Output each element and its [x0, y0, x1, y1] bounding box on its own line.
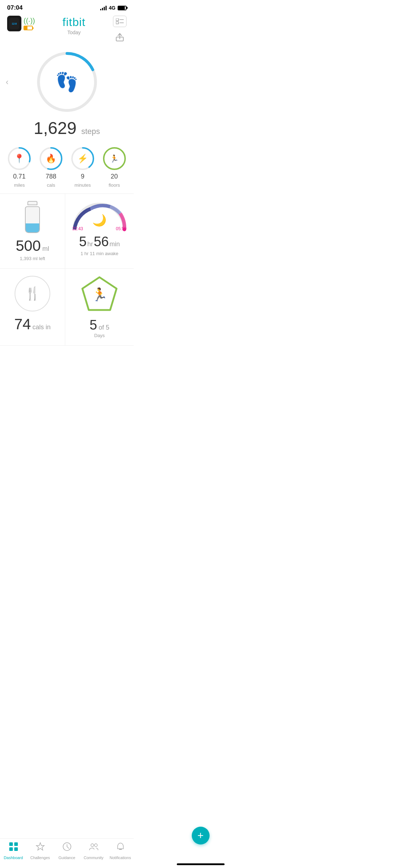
device-battery-icon	[24, 26, 33, 30]
steps-section: ‹ 👣	[0, 46, 134, 114]
miles-label: miles	[14, 182, 25, 188]
water-bottle-icon	[23, 201, 42, 233]
floors-value: 20	[111, 173, 118, 180]
steps-count: 1,629 steps	[0, 118, 134, 138]
miles-metric[interactable]: 📍 0.71 miles	[7, 146, 31, 188]
signal-icon	[100, 5, 107, 10]
water-value-row: 500 ml	[16, 237, 49, 254]
metrics-row: 📍 0.71 miles 🔥 788 cals ⚡ 9 minutes	[0, 144, 134, 193]
water-unit: ml	[42, 245, 49, 252]
food-circle: 🍴	[15, 276, 50, 311]
active-days-card[interactable]: 🏃 5 of 5 Days	[65, 269, 134, 346]
stairs-icon: 🏃	[110, 154, 119, 163]
sleep-hours: 5	[79, 234, 87, 249]
cals-label: cals	[47, 182, 55, 188]
minutes-label: minutes	[74, 182, 91, 188]
location-icon: 📍	[14, 154, 25, 164]
cards-grid: 500 ml 1,393 ml left 🌙 22:43 05:50	[0, 193, 134, 346]
steps-ring: 👣	[35, 50, 99, 114]
watch-icon: 12:8	[7, 16, 21, 31]
status-bar: 07:04 4G	[0, 0, 134, 14]
sync-icon: ((·))	[24, 17, 35, 25]
minutes-ring: ⚡	[71, 146, 95, 171]
sleep-duration: 5 hr 56 min	[79, 234, 120, 249]
cals-ring: 🔥	[39, 146, 63, 171]
food-icon: 🍴	[25, 286, 41, 301]
water-remaining: 1,393 ml left	[20, 256, 45, 261]
floors-metric[interactable]: 🏃 20 floors	[102, 146, 127, 188]
active-of: of 5	[99, 324, 109, 331]
sleep-minutes: 56	[94, 234, 109, 249]
sleep-hr-label: hr	[87, 241, 93, 248]
active-value-row: 5 of 5	[89, 317, 109, 333]
fitbit-logo: fitbit	[35, 16, 113, 29]
sleep-awake: 1 hr 11 min awake	[81, 251, 118, 256]
sleep-card[interactable]: 🌙 22:43 05:50 5 hr 56 min 1 hr 11 min aw…	[65, 194, 134, 269]
status-time: 07:04	[7, 4, 22, 11]
miles-ring: 📍	[7, 146, 31, 171]
water-value: 500	[16, 237, 41, 254]
status-right: 4G	[100, 5, 127, 11]
food-value-row: 74 cals in	[14, 316, 51, 333]
food-value: 74	[14, 316, 31, 332]
share-button[interactable]	[113, 30, 127, 43]
svg-rect-0	[116, 19, 119, 21]
app-title: fitbit Today	[35, 16, 113, 35]
sleep-times: 22:43 05:50	[71, 226, 128, 231]
date-label: Today	[35, 30, 113, 35]
floors-ring: 🏃	[102, 146, 127, 171]
food-unit: cals in	[32, 324, 51, 331]
lightning-icon: ⚡	[77, 154, 88, 164]
minutes-value: 9	[81, 173, 84, 180]
share-icon	[116, 32, 124, 41]
previous-day-button[interactable]: ‹	[6, 77, 9, 87]
moon-icon: 🌙	[92, 213, 107, 227]
dashboard-summary-button[interactable]	[113, 16, 127, 27]
svg-rect-1	[116, 22, 119, 24]
cals-value: 788	[46, 173, 56, 180]
active-value: 5	[89, 317, 97, 332]
miles-value: 0.71	[13, 173, 26, 180]
carrier-label: 4G	[109, 5, 115, 11]
watch-screen: 12:8	[9, 18, 19, 29]
battery-icon	[118, 6, 127, 10]
list-icon	[116, 19, 124, 24]
minutes-metric[interactable]: ⚡ 9 minutes	[71, 146, 95, 188]
sleep-gauge: 🌙 22:43 05:50	[71, 201, 128, 231]
water-card[interactable]: 500 ml 1,393 ml left	[0, 194, 65, 269]
active-label: Days	[94, 333, 105, 338]
sleep-min-label: min	[109, 241, 120, 248]
active-badge: 🏃	[81, 276, 118, 313]
device-info: 12:8 ((·))	[7, 16, 35, 31]
food-card[interactable]: 🍴 74 cals in	[0, 269, 65, 346]
steps-label: steps	[81, 127, 100, 136]
cals-metric[interactable]: 🔥 788 cals	[39, 146, 63, 188]
sleep-end-time: 05:50	[116, 226, 127, 231]
svg-text:🏃: 🏃	[91, 287, 107, 302]
device-status: ((·))	[24, 17, 35, 30]
footprints-icon: 👣	[55, 71, 78, 93]
header: 12:8 ((·)) fitbit Today	[0, 14, 134, 46]
floors-label: floors	[109, 182, 120, 188]
sleep-start-time: 22:43	[72, 226, 83, 231]
header-icons	[113, 16, 127, 43]
flame-icon: 🔥	[46, 154, 56, 164]
